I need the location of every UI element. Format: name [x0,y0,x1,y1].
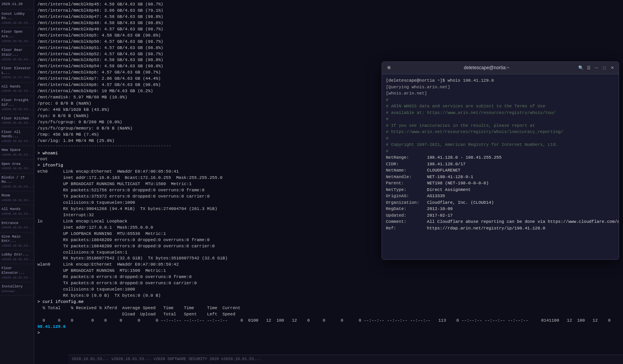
sidebar-item[interactable]: Floor Elevator L... v2020.11.17.642... [0,64,34,82]
float-terminal-line: Organization: Cloudflare, Inc. (CLOUD14) [386,200,615,206]
bottom-status-bar: 2020.10.01.53... v2020.10.01.53... v2020… [69,355,623,364]
terminal-line: /mnt/internal/mmcblk0p46: 3.66 GB/4.63 G… [37,8,620,14]
float-terminal-line: RegDate: 2012-10-09 [386,206,615,212]
float-terminal-line: NetType: Direct Assignment [386,187,615,193]
sidebar-item[interactable]: New Space v2020.10.01.53... [0,146,34,159]
float-terminal-line: # ARIN WHOIS data and services are subje… [386,103,615,110]
float-terminal-line: OriginAS: AS13335 [386,193,615,200]
sidebar-item[interactable]: Entrance v2020.10.01.53... [0,219,34,233]
float-terminal-line: # [386,135,615,142]
terminal-line: /mnt/internal/mmcblk0p50: 4.57 GB/4.63 G… [37,39,620,45]
sidebar-item[interactable]: Installery unknown [0,282,34,296]
terminal-line: /mnt/internal/mmcblk0p45: 4.58 GB/4.63 G… [37,2,620,8]
float-terminal-line: [whois.arin.net] [386,90,615,97]
terminal-line: TX packets:0 errors:0 dropped:0 overruns… [37,280,620,287]
sidebar-item[interactable]: Floor All Hands... v2020.10.01.53... [0,128,34,146]
float-terminal-line: NetHandle: NET-198-41-128-0-1 [386,174,615,180]
sidebar-item[interactable]: Floor Rear Stair... v2020.10.01.53... [0,46,34,64]
float-terminal-line: # [386,97,615,103]
terminal-line: 98.41.129.0 [37,324,620,330]
terminal-icon: ▣ [386,65,392,71]
search-icon[interactable]: 🔍 [578,65,584,71]
terminal-line: % Total % Received % Xferd Average Speed… [37,305,620,312]
sidebar-item[interactable]: Lobby Entr... v2020.10.01.53... [0,250,34,264]
float-terminal-line: Updated: 2017-02-17 [386,212,615,219]
terminal-line: > curl ifconfig.me [37,299,620,305]
window-controls: 🔍 ☰ ─ □ ✕ [578,65,615,71]
float-terminal-line: # Copyright 1997-2021, American Registry… [386,142,615,148]
float-terminal-line: NetRange: 198.41.128.0 - 198.41.255.255 [386,154,615,161]
menu-icon[interactable]: ☰ [586,65,591,71]
sidebar-item[interactable]: 2020.11.20 [0,0,34,10]
sidebar-item[interactable]: All Hands v2020.10.01.53... [0,205,34,219]
float-titlebar: ▣ deletescape@nortia:~ 🔍 ☰ ─ □ ✕ [382,62,619,74]
close-icon[interactable]: ✕ [609,65,615,71]
float-terminal-line: Comment: All Cloudflare abuse reporting … [386,219,615,225]
sidebar-item[interactable]: Const Lobby En... v2020.10.01.53... [0,10,34,28]
sidebar-item[interactable]: Floor Freight Dif... v2020.10.01.53... [0,96,34,114]
terminal-line: /mnt/internal/mmcblk0p51: 4.57 GB/4.63 G… [37,45,620,51]
terminal-line: RX packets:0 errors:0 dropped:0 overruns… [37,274,620,280]
float-terminal-line: NetName: CLOUDFLARENET [386,167,615,174]
sidebar-item[interactable]: All Hands v2020.10.01.53... [0,82,34,96]
terminal-line: /mnt/internal/mmcblk0p47: 4.58 GB/4.63 G… [37,14,620,20]
terminal-line: Dload Upload Total Spent Left Speed [37,312,620,318]
sidebar-item[interactable]: Blodin / IT Ro... v2020.10.01.53... [0,173,34,192]
float-terminal-line: CIDR: 198.41.128.0/17 [386,161,615,168]
main-terminal[interactable]: /mnt/internal/mmcblk0p45: 4.58 GB/4.63 G… [34,0,623,364]
terminal-line: wlan0 Link encap:Ethernet HWaddr E0:A7:0… [37,262,620,268]
terminal-prompt[interactable]: > [37,330,620,336]
float-terminal-body: [deletescape@nortia ~]$ whois 198.41.129… [382,74,619,259]
terminal-line: /mnt/internal/mmcblk0p5: 4.58 GB/4.63 GB… [37,33,620,39]
terminal-line: UP BROADCAST RUNNING MTU:1500 Metric:1 [37,268,620,274]
terminal-line: collisions:0 txqueuelen:1000 [37,287,620,293]
terminal-line: /mnt/internal/mmcblk0p49: 4.57 GB/4.63 G… [37,26,620,33]
float-terminal-line: # If you see inaccuracies in the results… [386,122,615,129]
sidebar-item[interactable]: Give Main Entr... v2020.10.01.53... [0,233,34,251]
sidebar-item[interactable]: Floor Elevator... v2020.10.01.53... [0,264,34,282]
float-terminal-line: # available at: https://www.arin.net/res… [386,110,615,116]
sidebar: 2020.11.20 Const Lobby En... v2020.10.01… [0,0,34,364]
terminal-line: /mnt/internal/mmcblk0p52: 4.57 GB/4.63 G… [37,51,620,58]
float-terminal-line: # https://www.arin.net/resources/registr… [386,129,615,135]
sidebar-item[interactable]: Room v2020.10.01.53... [0,191,34,205]
float-terminal-line: Parent: NET198 (NET-198-0-0-0-0) [386,180,615,187]
float-terminal-line: # [386,148,615,155]
float-command-line: [deletescape@nortia ~]$ whois 198.41.129… [386,77,615,84]
minimize-icon[interactable]: ─ [594,65,599,71]
maximize-icon[interactable]: □ [602,65,607,71]
float-terminal-line: # [386,116,615,122]
sidebar-item[interactable]: Floor Open Are... v2020.10.01.53... [0,28,34,46]
terminal-line: 0 0 0 0 0 0 0 0 --:--:-- --:--:-- --:--:… [37,318,620,324]
float-terminal-window: ▣ deletescape@nortia:~ 🔍 ☰ ─ □ ✕ [delete… [382,61,619,260]
sidebar-item[interactable]: Floor Kitchen v2020.10.01.53... [0,114,34,128]
float-window-title: deletescape@nortia:~ [395,65,578,71]
float-terminal-line: [Querying whois.arin.net] [386,84,615,91]
terminal-line: /mnt/internal/mmcblk0p48: 4.58 GB/4.63 G… [37,20,620,26]
terminal-line: RX bytes:0 (0.0 B) TX bytes:0 (0.0 B) [37,293,620,299]
float-terminal-line: Ref: https://rdap.arin.net/registry/ip/1… [386,225,615,232]
sidebar-item[interactable]: Open Area v2020.10.01.53... [0,160,34,173]
